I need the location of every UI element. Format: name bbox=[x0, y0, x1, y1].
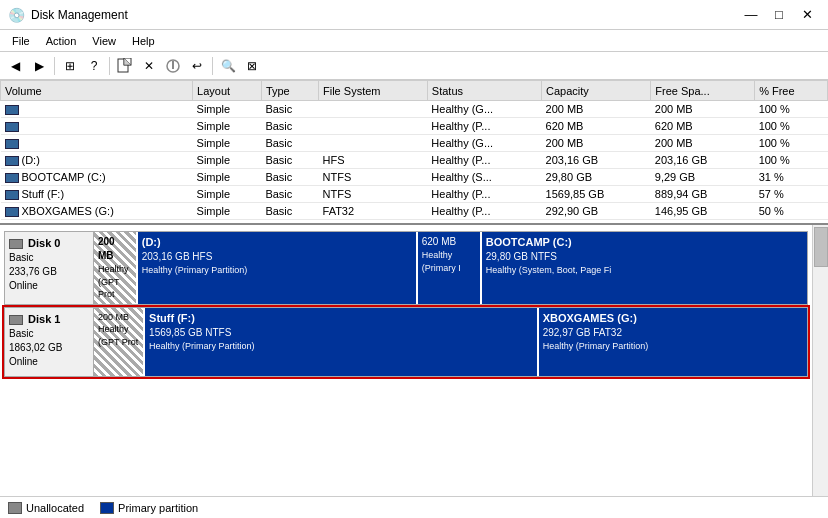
menu-view[interactable]: View bbox=[84, 33, 124, 49]
toolbar-help-button[interactable]: ? bbox=[83, 55, 105, 77]
table-header-row: Volume Layout Type File System Status Ca… bbox=[1, 81, 828, 101]
menu-action[interactable]: Action bbox=[38, 33, 85, 49]
scrollbar-thumb[interactable] bbox=[814, 227, 828, 267]
toolbar-delete-button[interactable]: ✕ bbox=[138, 55, 160, 77]
main-content: Volume Layout Type File System Status Ca… bbox=[0, 80, 828, 518]
col-fs[interactable]: File System bbox=[319, 81, 428, 101]
table-row[interactable]: (D:)SimpleBasicHFSHealthy (P...203,16 GB… bbox=[1, 152, 828, 169]
cell-capacity: 200 MB bbox=[542, 101, 651, 118]
cell-fs bbox=[319, 101, 428, 118]
legend-primary-label: Primary partition bbox=[118, 502, 198, 514]
partition-1-1[interactable]: Stuff (F:) 1569,85 GB NTFS Healthy (Prim… bbox=[145, 308, 539, 376]
partition-0-0[interactable]: 200 MBHealthy (GPT Prot bbox=[94, 232, 138, 304]
menu-help[interactable]: Help bbox=[124, 33, 163, 49]
partition-1-2[interactable]: XBOXGAMES (G:) 292,97 GB FAT32 Healthy (… bbox=[539, 308, 807, 376]
toolbar-properties-button[interactable] bbox=[162, 55, 184, 77]
cell-volume: (D:) bbox=[1, 152, 193, 169]
legend-primary-box bbox=[100, 502, 114, 514]
table-row[interactable]: SimpleBasicHealthy (G...200 MB200 MB100 … bbox=[1, 135, 828, 152]
col-type[interactable]: Type bbox=[261, 81, 318, 101]
volume-icon bbox=[5, 105, 19, 115]
part-status: Healthy (Primary Partition) bbox=[543, 340, 803, 353]
cell-pct: 100 % bbox=[755, 152, 828, 169]
close-button[interactable]: ✕ bbox=[794, 5, 820, 25]
back-button[interactable]: ◀ bbox=[4, 55, 26, 77]
cell-status: Healthy (P... bbox=[427, 118, 541, 135]
col-capacity[interactable]: Capacity bbox=[542, 81, 651, 101]
disk-name: Disk 1 bbox=[9, 312, 89, 327]
part-size: 292,97 GB FAT32 bbox=[543, 326, 803, 340]
cell-free: 9,29 GB bbox=[651, 169, 755, 186]
cell-status: Healthy (G... bbox=[427, 135, 541, 152]
window-title: Disk Management bbox=[31, 8, 732, 22]
cell-fs: FAT32 bbox=[319, 203, 428, 220]
partition-0-1[interactable]: (D:) 203,16 GB HFS Healthy (Primary Part… bbox=[138, 232, 418, 304]
cell-layout: Simple bbox=[193, 169, 262, 186]
partition-1-0[interactable]: 200 MB Healthy (GPT Prot bbox=[94, 308, 145, 376]
part-label: (D:) bbox=[142, 235, 412, 250]
forward-button[interactable]: ▶ bbox=[28, 55, 50, 77]
cell-free: 889,94 GB bbox=[651, 186, 755, 203]
cell-type: Basic bbox=[261, 203, 318, 220]
disk-name: Disk 0 bbox=[9, 236, 89, 251]
cell-fs: NTFS bbox=[319, 169, 428, 186]
cell-status: Healthy (P... bbox=[427, 203, 541, 220]
part-size: 203,16 GB HFS bbox=[142, 250, 412, 264]
part-status: Healthy (Primary I bbox=[422, 249, 476, 274]
cell-free: 200 MB bbox=[651, 135, 755, 152]
table-row[interactable]: SimpleBasicHealthy (P...620 MB620 MB100 … bbox=[1, 118, 828, 135]
maximize-button[interactable]: □ bbox=[766, 5, 792, 25]
toolbar-refresh-button[interactable]: ↩ bbox=[186, 55, 208, 77]
minimize-button[interactable]: — bbox=[738, 5, 764, 25]
part-label: Stuff (F:) bbox=[149, 311, 533, 326]
cell-type: Basic bbox=[261, 118, 318, 135]
toolbar-grid-button[interactable]: ⊞ bbox=[59, 55, 81, 77]
scrollbar-track[interactable] bbox=[812, 225, 828, 496]
col-volume[interactable]: Volume bbox=[1, 81, 193, 101]
disk-size: 233,76 GB bbox=[9, 265, 89, 279]
cell-pct: 100 % bbox=[755, 118, 828, 135]
col-status[interactable]: Status bbox=[427, 81, 541, 101]
col-layout[interactable]: Layout bbox=[193, 81, 262, 101]
volume-icon bbox=[5, 122, 19, 132]
cell-status: Healthy (G... bbox=[427, 101, 541, 118]
menu-file[interactable]: File bbox=[4, 33, 38, 49]
disk-row-1[interactable]: Disk 1 Basic 1863,02 GB Online 200 MB He… bbox=[4, 307, 808, 377]
col-free[interactable]: Free Spa... bbox=[651, 81, 755, 101]
disk-row-0[interactable]: Disk 0 Basic 233,76 GB Online200 MBHealt… bbox=[4, 231, 808, 305]
cell-free: 200 MB bbox=[651, 101, 755, 118]
part-status: Healthy (System, Boot, Page Fi bbox=[486, 264, 803, 277]
disk-drive-icon bbox=[9, 315, 23, 325]
cell-pct: 57 % bbox=[755, 186, 828, 203]
cell-fs: NTFS bbox=[319, 186, 428, 203]
cell-status: Healthy (S... bbox=[427, 169, 541, 186]
toolbar-extra-button[interactable]: ⊠ bbox=[241, 55, 263, 77]
disk-type: Basic bbox=[9, 251, 89, 265]
cell-layout: Simple bbox=[193, 152, 262, 169]
table-row[interactable]: Stuff (F:)SimpleBasicNTFSHealthy (P...15… bbox=[1, 186, 828, 203]
cell-volume: XBOXGAMES (G:) bbox=[1, 203, 193, 220]
table-row[interactable]: XBOXGAMES (G:)SimpleBasicFAT32Healthy (P… bbox=[1, 203, 828, 220]
legend-primary: Primary partition bbox=[100, 502, 198, 514]
disk-info-0: Disk 0 Basic 233,76 GB Online bbox=[4, 231, 94, 305]
cell-volume: BOOTCAMP (C:) bbox=[1, 169, 193, 186]
cell-fs bbox=[319, 118, 428, 135]
cell-layout: Simple bbox=[193, 118, 262, 135]
part-size: 1569,85 GB NTFS bbox=[149, 326, 533, 340]
toolbar-new-button[interactable] bbox=[114, 55, 136, 77]
legend-unallocated: Unallocated bbox=[8, 502, 84, 514]
partition-0-3[interactable]: BOOTCAMP (C:) 29,80 GB NTFS Healthy (Sys… bbox=[482, 232, 807, 304]
toolbar-search-button[interactable]: 🔍 bbox=[217, 55, 239, 77]
cell-layout: Simple bbox=[193, 101, 262, 118]
volume-icon bbox=[5, 173, 19, 183]
volume-icon bbox=[5, 207, 19, 217]
col-pct[interactable]: % Free bbox=[755, 81, 828, 101]
cell-status: Healthy (P... bbox=[427, 152, 541, 169]
partition-0-2[interactable]: 620 MB Healthy (Primary I bbox=[418, 232, 482, 304]
table-row[interactable]: SimpleBasicHealthy (G...200 MB200 MB100 … bbox=[1, 101, 828, 118]
table-row[interactable]: BOOTCAMP (C:)SimpleBasicNTFSHealthy (S..… bbox=[1, 169, 828, 186]
toolbar: ◀ ▶ ⊞ ? ✕ ↩ 🔍 ⊠ bbox=[0, 52, 828, 80]
part-status: Healthy (Primary Partition) bbox=[149, 340, 533, 353]
volume-icon bbox=[5, 139, 19, 149]
window-icon: 💿 bbox=[8, 7, 25, 23]
